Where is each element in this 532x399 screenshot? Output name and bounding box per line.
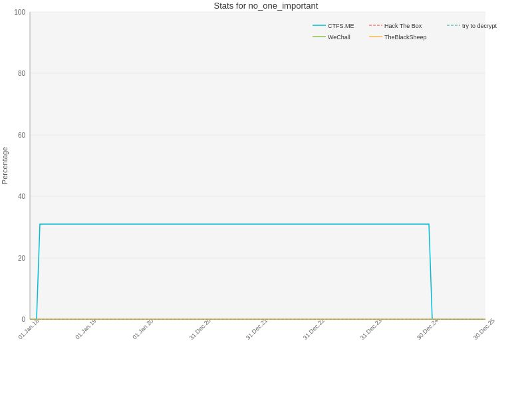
x-tick-4: 31.Dec.21	[245, 317, 269, 341]
legend-ctfs-label: CTFS.ME	[328, 23, 354, 29]
x-tick-1: 01.Jan.19	[74, 317, 97, 340]
x-tick-8: 30.Dec.25	[472, 317, 496, 341]
x-tick-6: 31.Dec.23	[359, 317, 383, 341]
x-tick-2: 01.Jan.20	[131, 317, 154, 340]
x-tick-7: 30.Dec.24	[416, 317, 440, 341]
y-label-60: 60	[18, 132, 26, 139]
y-label-100: 100	[14, 9, 25, 16]
legend-ttd-label: try to decrypt	[462, 23, 497, 29]
y-label-20: 20	[18, 255, 26, 262]
y-axis-title: Percentage	[1, 147, 9, 184]
legend-tbs-label: TheBlackSheep	[384, 34, 427, 41]
chart-title: Stats for no_one_important	[214, 1, 319, 11]
x-tick-3: 31.Dec.20	[188, 317, 212, 341]
y-label-40: 40	[18, 193, 26, 200]
legend-htb-label: Hack The Box	[384, 23, 422, 29]
legend-wechall-label: WeChall	[328, 34, 350, 41]
x-tick-0: 01.Jan.18	[17, 317, 40, 340]
y-label-0: 0	[21, 316, 25, 323]
x-tick-5: 31.Dec.22	[302, 317, 326, 341]
chart-container: Stats for no_one_important 100 80 60 40 …	[0, 0, 532, 399]
plot-background	[30, 12, 485, 319]
main-chart: Stats for no_one_important 100 80 60 40 …	[0, 0, 532, 399]
y-label-80: 80	[18, 70, 26, 77]
